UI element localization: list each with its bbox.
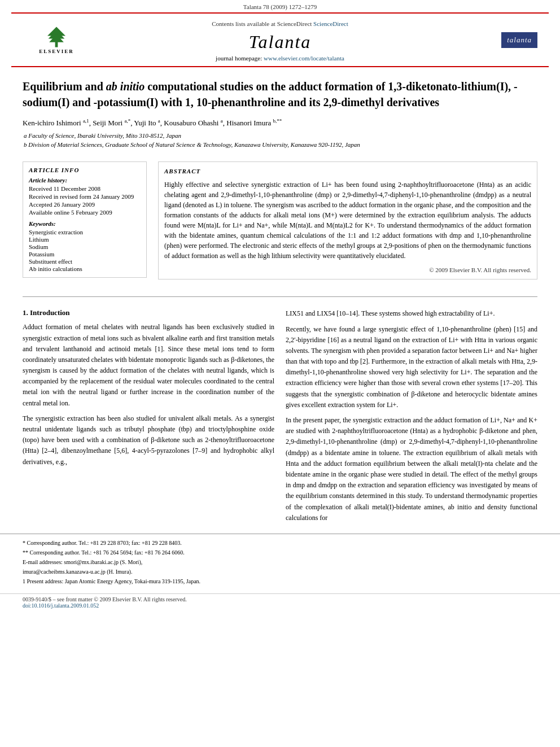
- present-address: 1 Present address: Japan Atomic Energy A…: [23, 577, 537, 586]
- main-col-right: LIX51 and LIX54 [10–14]. These systems s…: [286, 308, 537, 528]
- keyword-4: Potassium: [29, 251, 141, 257]
- abstract-box: Abstract Highly effective and selective …: [158, 161, 537, 279]
- keywords-section: Keywords: Synergistic extraction Lithium…: [29, 220, 141, 272]
- homepage-label: journal homepage:: [216, 55, 262, 62]
- keyword-5: Substituent effect: [29, 258, 141, 265]
- corresponding2: ** Corresponding author. Tel.: +81 76 26…: [23, 548, 537, 557]
- sciencedirect-link[interactable]: ScienceDirect: [313, 20, 348, 27]
- section-divider: [23, 296, 537, 297]
- affiliation-b: b Division of Material Sciences, Graduat…: [23, 141, 537, 148]
- abstract-title: Abstract: [164, 167, 531, 176]
- revised-date: Received in revised form 24 January 2009: [29, 193, 141, 200]
- abstract-copyright: © 2009 Elsevier B.V. All rights reserved…: [164, 265, 531, 275]
- page-container: Talanta 78 (2009) 1272–1279 ELSEVIER Con…: [0, 0, 560, 611]
- keywords-label: Keywords:: [29, 220, 141, 227]
- email2: imura@cacheibms.kanazawa-u.ac.jp (H. Imu…: [23, 567, 537, 576]
- journal-header: ELSEVIER Contents lists available at Sci…: [11, 12, 549, 67]
- citation-bar: Talanta 78 (2009) 1272–1279: [0, 0, 560, 12]
- available-date: Available online 5 February 2009: [29, 209, 141, 216]
- talanta-logo-area: talanta: [470, 32, 537, 48]
- homepage-url[interactable]: www.elsevier.com/locate/talanta: [264, 55, 344, 62]
- section1-right-para2: Recently, we have found a large synergis…: [286, 324, 537, 411]
- abstract-text: Highly effective and selective synergist…: [164, 180, 531, 261]
- history-label: Article history:: [29, 177, 141, 184]
- affiliation-a: a Faculty of Science, Ibaraki University…: [23, 132, 537, 139]
- footer-bottom: 0039-9140/$ – see front matter © 2009 El…: [0, 593, 560, 611]
- keyword-1: Synergistic extraction: [29, 229, 141, 235]
- main-content: 1. Introduction Adduct formation of meta…: [0, 303, 560, 534]
- article-title: Equilibrium and ab initio computational …: [23, 78, 537, 110]
- info-abstract-section: Article Info Article history: Received 1…: [0, 156, 560, 291]
- svg-rect-0: [55, 42, 58, 47]
- journal-homepage-line: journal homepage: www.elsevier.com/locat…: [90, 55, 470, 62]
- section1-para2: The synergistic extraction has been also…: [23, 413, 274, 468]
- keyword-2: Lithium: [29, 236, 141, 243]
- article-info-box: Article Info Article history: Received 1…: [23, 161, 147, 278]
- email1: E-mail addresses: smori@mx.ibaraki.ac.jp…: [23, 558, 537, 566]
- authors-line: Ken-ichiro Ishimori a,1, Seiji Mori a,*,…: [23, 118, 537, 128]
- received-date: Received 11 December 2008: [29, 185, 141, 192]
- section1-right-para1: LIX51 and LIX54 [10–14]. These systems s…: [286, 308, 537, 319]
- journal-title: Talanta: [90, 32, 470, 53]
- keyword-3: Sodium: [29, 243, 141, 250]
- elsevier-text: ELSEVIER: [39, 49, 74, 54]
- copyright-bottom: 0039-9140/$ – see front matter © 2009 El…: [23, 596, 537, 602]
- citation-text: Talanta 78 (2009) 1272–1279: [243, 3, 317, 10]
- section1-heading: 1. Introduction: [23, 308, 274, 317]
- section1-para1: Adduct formation of metal chelates with …: [23, 322, 274, 409]
- footer-notes: * Corresponding author. Tel.: +81 29 228…: [0, 534, 560, 591]
- accepted-date: Accepted 26 January 2009: [29, 201, 141, 208]
- main-col-left: 1. Introduction Adduct formation of meta…: [23, 308, 274, 528]
- article-info-title: Article Info: [29, 167, 141, 173]
- article-title-section: Equilibrium and ab initio computational …: [0, 67, 560, 156]
- keyword-6: Ab initio calculations: [29, 265, 141, 272]
- elsevier-logo-area: ELSEVIER: [23, 26, 90, 54]
- doi-line: doi:10.1016/j.talanta.2009.01.052: [23, 602, 537, 609]
- corresponding1: * Corresponding author. Tel.: +81 29 228…: [23, 539, 537, 547]
- talanta-logo: talanta: [501, 32, 537, 48]
- section1-right-para3: In the present paper, the synergistic ex…: [286, 415, 537, 523]
- journal-title-area: Contents lists available at ScienceDirec…: [90, 18, 470, 62]
- abstract-col: Abstract Highly effective and selective …: [158, 161, 537, 285]
- sciencedirect-text: Contents lists available at ScienceDirec…: [212, 20, 312, 27]
- elsevier-tree-icon: [42, 26, 71, 49]
- article-info-col: Article Info Article history: Received 1…: [23, 161, 147, 285]
